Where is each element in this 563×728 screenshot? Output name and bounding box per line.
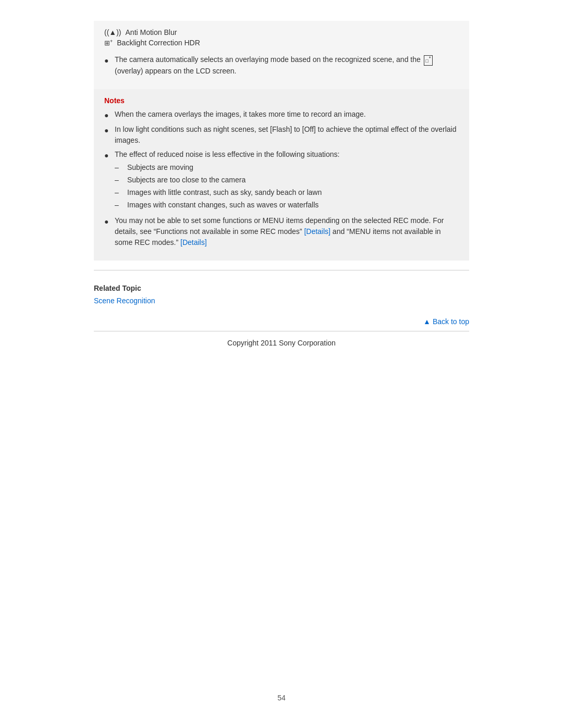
note-dot-4: ●: [104, 216, 113, 227]
back-to-top-link[interactable]: ▲ Back to top: [423, 317, 469, 326]
note-item-4: ● You may not be able to set some functi…: [104, 215, 459, 248]
page-number-area: 54: [0, 683, 563, 712]
note-dot-3: ●: [104, 150, 113, 161]
backlight-icon-row: ⊞+ Backlight Correction HDR: [104, 39, 459, 47]
sub-bullet-text-4: Images with constant changes, such as wa…: [127, 200, 319, 211]
page-number: 54: [277, 694, 286, 702]
related-topic-section: Related Topic Scene Recognition: [94, 280, 469, 307]
note-dot-2: ●: [104, 125, 113, 136]
back-to-top-label: Back to top: [433, 317, 469, 326]
back-to-top-arrow-icon: ▲: [423, 317, 431, 326]
sub-dash-3: –: [115, 187, 125, 198]
overlay-icon: ☐*: [424, 55, 433, 66]
page-wrapper: ((▲)) Anti Motion Blur ⊞+ Backlight Corr…: [0, 0, 563, 728]
note-text-3: The effect of reduced noise is less effe…: [115, 149, 459, 212]
sub-dash-1: –: [115, 162, 125, 173]
sub-bullet-list: – Subjects are moving – Subjects are too…: [115, 162, 459, 211]
note-item-3: ● The effect of reduced noise is less ef…: [104, 149, 459, 212]
note-item-2: ● In low light conditions such as night …: [104, 124, 459, 146]
sub-bullet-2: – Subjects are too close to the camera: [115, 175, 459, 186]
sub-bullet-1: – Subjects are moving: [115, 162, 459, 173]
section-divider: [94, 270, 469, 270]
main-bullet-section: ● The camera automatically selects an ov…: [104, 54, 459, 76]
anti-motion-icon-row: ((▲)) Anti Motion Blur: [104, 28, 459, 36]
copyright-area: Copyright 2011 Sony Corporation: [94, 331, 469, 354]
backlight-correction-label: Backlight Correction HDR: [117, 39, 200, 47]
related-topic-title: Related Topic: [94, 284, 469, 292]
copyright-text: Copyright 2011 Sony Corporation: [227, 339, 336, 347]
bullet-dot-1: ●: [104, 55, 113, 66]
sub-bullet-text-3: Images with little contrast, such as sky…: [127, 187, 322, 198]
top-box: ((▲)) Anti Motion Blur ⊞+ Backlight Corr…: [94, 21, 469, 89]
anti-motion-blur-label: Anti Motion Blur: [126, 28, 177, 36]
note-text-2: In low light conditions such as night sc…: [115, 124, 459, 146]
note-text-4: You may not be able to set some function…: [115, 215, 459, 248]
note-dot-1: ●: [104, 110, 113, 121]
anti-motion-blur-icon: ((▲)): [104, 28, 121, 36]
sub-bullet-4: – Images with constant changes, such as …: [115, 200, 459, 211]
sub-bullet-3: – Images with little contrast, such as s…: [115, 187, 459, 198]
sub-dash-2: –: [115, 175, 125, 186]
notes-title: Notes: [104, 96, 459, 105]
notes-section: Notes ● When the camera overlays the ima…: [94, 89, 469, 261]
main-bullet-item-1: ● The camera automatically selects an ov…: [104, 54, 459, 76]
content-area: ((▲)) Anti Motion Blur ⊞+ Backlight Corr…: [94, 10, 469, 354]
back-to-top-area: ▲ Back to top: [94, 317, 469, 331]
main-bullet-text-1: The camera automatically selects an over…: [115, 54, 459, 76]
sub-dash-4: –: [115, 200, 125, 211]
details-link-2[interactable]: [Details]: [180, 238, 207, 246]
note-item-1: ● When the camera overlays the images, i…: [104, 109, 459, 121]
backlight-correction-icon: ⊞+: [104, 39, 113, 47]
note-text-1: When the camera overlays the images, it …: [115, 109, 459, 120]
sub-bullet-text-2: Subjects are too close to the camera: [127, 175, 246, 186]
scene-recognition-link[interactable]: Scene Recognition: [94, 297, 155, 305]
sub-bullet-text-1: Subjects are moving: [127, 162, 193, 173]
details-link-1[interactable]: [Details]: [304, 227, 331, 236]
